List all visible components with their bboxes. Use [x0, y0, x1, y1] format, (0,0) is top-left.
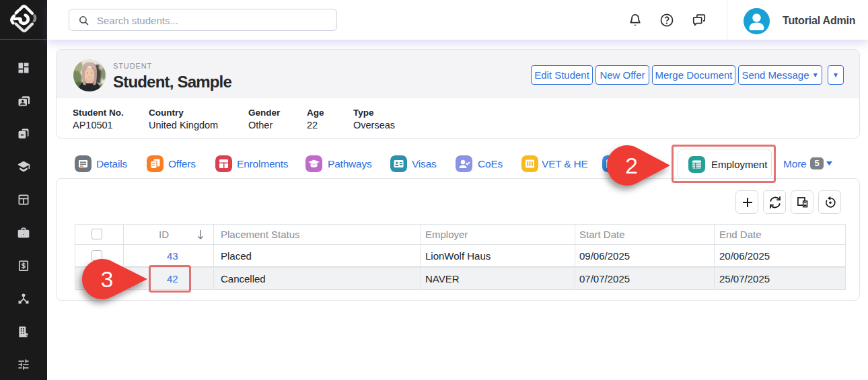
svg-text:3: 3 [101, 266, 114, 292]
svg-text:2: 2 [625, 153, 638, 178]
